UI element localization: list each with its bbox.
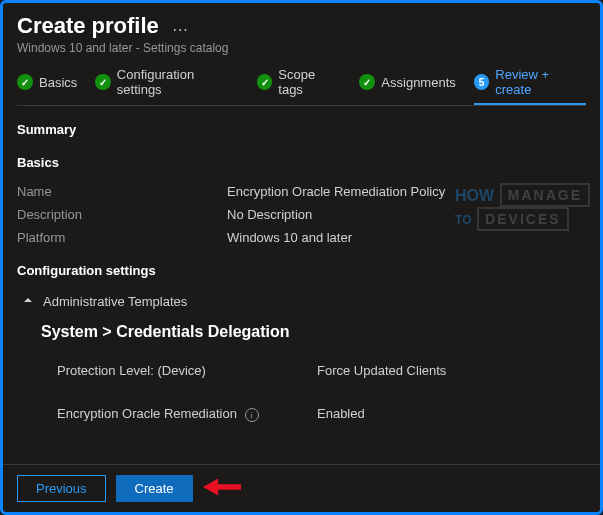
check-icon: ✓ [359, 74, 375, 90]
step-label: Basics [39, 75, 77, 90]
admin-templates-expander[interactable]: Administrative Templates [17, 294, 586, 309]
check-icon: ✓ [257, 74, 273, 90]
more-icon[interactable]: ··· [172, 21, 188, 39]
remediation-value: Enabled [317, 406, 586, 422]
step-review-create[interactable]: 5 Review + create [474, 67, 586, 105]
description-value: No Description [227, 207, 586, 222]
page-subtitle: Windows 10 and later - Settings catalog [17, 41, 586, 55]
platform-label: Platform [17, 230, 227, 245]
wizard-steps: ✓ Basics ✓ Configuration settings ✓ Scop… [17, 67, 586, 106]
description-label: Description [17, 207, 227, 222]
name-label: Name [17, 184, 227, 199]
protection-level-label: Protection Level: (Device) [57, 363, 317, 378]
chevron-up-icon [23, 297, 33, 307]
check-icon: ✓ [95, 74, 111, 90]
step-label: Review + create [495, 67, 586, 97]
check-icon: ✓ [17, 74, 33, 90]
previous-button[interactable]: Previous [17, 475, 106, 502]
protection-level-value: Force Updated Clients [317, 363, 586, 378]
config-settings-heading: Configuration settings [17, 263, 586, 278]
settings-list: Protection Level: (Device) Force Updated… [17, 363, 586, 422]
basics-heading: Basics [17, 155, 586, 170]
step-configuration-settings[interactable]: ✓ Configuration settings [95, 67, 239, 103]
step-label: Assignments [381, 75, 455, 90]
create-button[interactable]: Create [116, 475, 193, 502]
basics-table: Name Encryption Oracle Remediation Polic… [17, 184, 586, 245]
remediation-label: Encryption Oracle Remediation i [57, 406, 317, 422]
step-scope-tags[interactable]: ✓ Scope tags [257, 67, 342, 103]
step-label: Scope tags [278, 67, 341, 97]
page-title: Create profile [17, 13, 159, 39]
step-basics[interactable]: ✓ Basics [17, 74, 77, 96]
name-value: Encryption Oracle Remediation Policy [227, 184, 586, 199]
info-icon[interactable]: i [245, 408, 259, 422]
step-assignments[interactable]: ✓ Assignments [359, 74, 455, 96]
step-label: Configuration settings [117, 67, 239, 97]
settings-path: System > Credentials Delegation [17, 323, 586, 341]
summary-heading: Summary [17, 122, 586, 137]
footer: Previous Create [3, 464, 600, 512]
platform-value: Windows 10 and later [227, 230, 586, 245]
expander-label: Administrative Templates [43, 294, 187, 309]
step-number-icon: 5 [474, 74, 490, 90]
